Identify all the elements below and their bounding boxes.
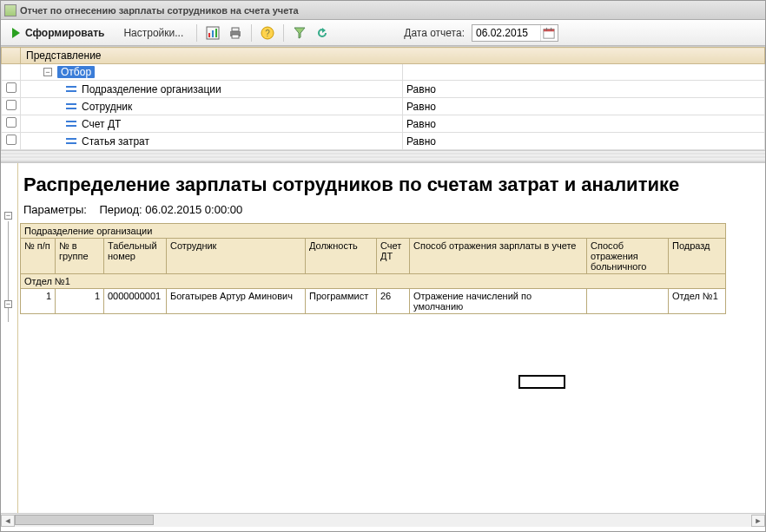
collapse-icon[interactable]: − <box>43 68 52 76</box>
filter-condition: Равно <box>403 81 765 98</box>
window-title: Отчет по отнесению зарплаты сотрудников … <box>20 5 299 16</box>
equals-icon <box>66 138 76 144</box>
filter-row[interactable]: Сотрудник Равно <box>2 98 765 115</box>
filter-item-label: Статья затрат <box>82 135 149 148</box>
cell-npp: 1 <box>21 289 56 314</box>
filter-table: Представление − Отбор Подразделение орга… <box>1 47 765 150</box>
params-value: Период: 06.02.2015 0:00:00 <box>99 203 242 216</box>
print-icon[interactable] <box>225 23 246 43</box>
col-tabnum: Табельный номер <box>104 239 167 274</box>
col-position: Должность <box>306 239 377 274</box>
cell-sick <box>587 289 669 314</box>
filter-condition: Равно <box>403 98 765 115</box>
equals-icon <box>66 86 76 92</box>
col-account: Счет ДТ <box>377 239 410 274</box>
horizontal-scrollbar[interactable]: ◄ ► <box>1 513 765 527</box>
filter-item-label: Счет ДТ <box>82 118 121 130</box>
titlebar: Отчет по отнесению зарплаты сотрудников … <box>1 1 765 20</box>
report-icon <box>4 4 17 16</box>
cell-division: Отдел №1 <box>669 289 726 314</box>
filter-condition: Равно <box>403 133 765 150</box>
filter-item-label: Сотрудник <box>82 101 132 113</box>
cell-cursor <box>518 375 565 389</box>
equals-icon <box>66 103 76 109</box>
splitter[interactable] <box>1 150 765 162</box>
svg-rect-3 <box>215 29 217 37</box>
params-label: Параметры: <box>23 203 87 216</box>
svg-rect-10 <box>544 29 554 31</box>
scroll-track[interactable] <box>15 515 751 527</box>
report-table: Подразделение организации № п/п № в груп… <box>20 223 726 314</box>
report-title: Распределение зарплаты сотрудников по сч… <box>1 163 765 201</box>
date-input[interactable] <box>472 27 540 39</box>
refresh-icon[interactable] <box>312 23 333 43</box>
settings-button[interactable]: Настройки... <box>116 23 191 43</box>
report-area: − − Распределение зарплаты сотрудников п… <box>1 162 765 527</box>
collapse-icon[interactable]: − <box>4 212 12 220</box>
group-header: Подразделение организации <box>21 224 726 239</box>
group-row[interactable]: Отдел №1 <box>21 274 726 289</box>
group-label: Отдел №1 <box>21 274 726 289</box>
scroll-thumb[interactable] <box>15 515 154 525</box>
form-button[interactable]: Сформировать <box>6 24 114 42</box>
filter-root-row[interactable]: − Отбор <box>2 64 765 81</box>
cell-employee: Богатырев Артур Аминович <box>167 289 306 314</box>
form-button-label: Сформировать <box>25 27 104 39</box>
col-reflect: Способ отражения зарплаты в учете <box>410 239 587 274</box>
filter-zone: Представление − Отбор Подразделение орга… <box>1 46 765 150</box>
filter-root-label: Отбор <box>57 66 95 78</box>
filter-header-label: Представление <box>21 48 765 64</box>
scroll-right-icon[interactable]: ► <box>751 515 765 527</box>
cell-reflect: Отражение начислений по умолчанию <box>410 289 587 314</box>
svg-text:?: ? <box>265 29 270 38</box>
table-row[interactable]: 1 1 0000000001 Богатырев Артур Аминович … <box>21 289 726 314</box>
checkbox[interactable] <box>6 135 17 145</box>
collapse-icon[interactable]: − <box>4 300 12 308</box>
help-icon[interactable]: ? <box>257 23 278 43</box>
outline-column: − − <box>1 163 18 527</box>
checkbox[interactable] <box>6 100 17 110</box>
col-npp: № п/п <box>21 239 56 274</box>
svg-rect-6 <box>232 35 239 38</box>
svg-rect-2 <box>212 30 214 37</box>
filter-row[interactable]: Статья затрат Равно <box>2 133 765 150</box>
col-employee: Сотрудник <box>167 239 306 274</box>
date-field[interactable] <box>472 24 558 42</box>
filter-row[interactable]: Подразделение организации Равно <box>2 81 765 98</box>
report-params: Параметры: Период: 06.02.2015 0:00:00 <box>1 201 765 223</box>
filter-row[interactable]: Счет ДТ Равно <box>2 115 765 133</box>
filter-item-label: Подразделение организации <box>82 83 221 95</box>
chart-icon[interactable] <box>202 23 223 43</box>
filter-icon[interactable] <box>289 23 310 43</box>
svg-rect-1 <box>208 33 210 37</box>
toolbar: Сформировать Настройки... ? Дата отчета: <box>1 20 765 46</box>
checkbox[interactable] <box>6 82 17 93</box>
checkbox[interactable] <box>6 117 17 128</box>
filter-header-check <box>2 48 21 64</box>
col-ngroup: № в группе <box>56 239 104 274</box>
col-sick: Способ отражения больничного <box>587 239 669 274</box>
filter-condition: Равно <box>403 115 765 133</box>
play-icon <box>12 28 20 38</box>
svg-rect-5 <box>232 28 239 31</box>
scroll-left-icon[interactable]: ◄ <box>1 515 15 527</box>
date-label: Дата отчета: <box>404 27 465 39</box>
col-division: Подразд <box>669 239 726 274</box>
cell-account: 26 <box>377 289 410 314</box>
cell-ngroup: 1 <box>56 289 104 314</box>
cell-tabnum: 0000000001 <box>104 289 167 314</box>
calendar-icon[interactable] <box>540 25 558 41</box>
equals-icon <box>66 121 76 127</box>
cell-position: Программист <box>306 289 377 314</box>
